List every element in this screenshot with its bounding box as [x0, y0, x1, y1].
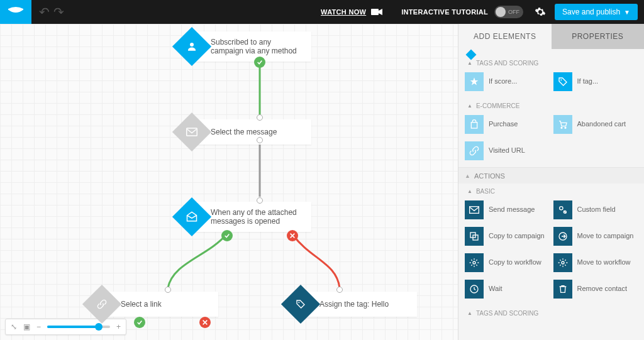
subheader-tags-scoring-actions[interactable]: ▲TAGS AND SCORING [458, 305, 644, 321]
mail-icon [172, 112, 211, 151]
status-fail-icon[interactable] [287, 230, 298, 241]
header-actions[interactable]: ▲ACTIONS [458, 167, 644, 184]
star-icon [465, 72, 484, 91]
tile-if-tag[interactable]: If tag... [553, 70, 638, 93]
svg-point-4 [560, 79, 562, 80]
zoom-toolbar: ⤡ ▣ − + [5, 319, 126, 335]
tag-icon [281, 285, 320, 324]
workflow-canvas[interactable]: Subscribed to any campaign via any metho… [0, 24, 458, 340]
svg-point-7 [565, 127, 566, 128]
zoom-in-button[interactable]: + [116, 322, 121, 331]
video-icon [371, 8, 382, 16]
trash-icon [553, 280, 572, 299]
svg-rect-5 [471, 123, 477, 128]
toggle-state-text: OFF [508, 9, 519, 15]
tutorial-toggle[interactable]: OFF [494, 6, 523, 18]
topbar: ↶ ↷ WATCH NOW INTERACTIVE TUTORIAL OFF S… [0, 0, 644, 24]
svg-point-6 [561, 127, 562, 128]
tile-send-message[interactable]: Send message [465, 199, 550, 221]
tile-remove-contact[interactable]: Remove contact [553, 278, 638, 300]
undo-button[interactable]: ↶ [39, 4, 50, 19]
save-publish-button[interactable]: Save and publish ▼ [555, 4, 638, 20]
field-icon [553, 200, 572, 219]
status-success-icon[interactable] [134, 317, 145, 328]
connector-dot[interactable] [336, 287, 343, 293]
svg-point-15 [562, 261, 564, 264]
tutorial-label: INTERACTIVE TUTORIAL [401, 8, 488, 16]
svg-rect-2 [187, 128, 197, 136]
move-icon [553, 227, 572, 246]
node-assign-tag[interactable]: Assign the tag: Hello [287, 290, 417, 318]
subheader-basic[interactable]: ▲BASIC [458, 184, 644, 199]
status-success-icon[interactable] [254, 57, 265, 68]
condition-preview-fragment [458, 49, 644, 55]
collapse-icon[interactable]: ⤡ [11, 322, 17, 331]
copy-icon [465, 227, 484, 246]
fit-icon[interactable]: ▣ [23, 322, 30, 331]
link-icon [82, 285, 121, 324]
connector-dot[interactable] [257, 137, 263, 143]
svg-rect-8 [470, 207, 479, 214]
svg-point-14 [473, 261, 475, 264]
save-publish-label: Save and publish [562, 8, 620, 16]
node-subscribed[interactable]: Subscribed to any campaign via any metho… [178, 31, 311, 62]
subheader-ecommerce[interactable]: ▲E-COMMERCE [458, 98, 644, 113]
mail-icon [465, 200, 484, 219]
settings-button[interactable] [535, 6, 546, 18]
gear-icon [465, 253, 484, 272]
status-fail-icon[interactable] [199, 317, 211, 328]
tile-abandoned-cart[interactable]: Abandoned cart [553, 113, 638, 136]
connector-dot[interactable] [257, 197, 263, 204]
gear-icon [553, 253, 572, 272]
svg-point-9 [559, 207, 562, 210]
bag-icon [465, 115, 484, 134]
tile-move-workflow[interactable]: Move to workflow [553, 251, 638, 274]
svg-point-3 [298, 302, 299, 303]
tile-if-score[interactable]: If score... [465, 70, 550, 93]
sidebar: ADD ELEMENTS PROPERTIES ▲TAGS AND SCORIN… [458, 24, 644, 340]
watch-now-link[interactable]: WATCH NOW [321, 8, 366, 16]
clock-icon [465, 280, 484, 299]
chevron-down-icon: ▼ [624, 9, 630, 16]
subheader-tags-scoring[interactable]: ▲TAGS AND SCORING [458, 55, 644, 70]
tile-move-campaign[interactable]: Move to campaign [553, 225, 638, 248]
tile-visited-url[interactable]: Visited URL [465, 140, 550, 162]
connector-dot[interactable] [257, 114, 263, 121]
tile-copy-campaign[interactable]: Copy to campaign [465, 225, 550, 248]
svg-point-1 [190, 43, 194, 47]
link-icon [465, 141, 484, 160]
zoom-out-button[interactable]: − [36, 322, 41, 331]
tile-custom-field[interactable]: Custom field [553, 199, 638, 221]
tile-purchase[interactable]: Purchase [465, 113, 550, 136]
status-success-icon[interactable] [221, 230, 233, 241]
tag-icon [553, 72, 572, 91]
svg-rect-0 [371, 9, 379, 15]
zoom-slider[interactable] [47, 326, 110, 328]
tile-copy-workflow[interactable]: Copy to workflow [465, 251, 550, 274]
redo-button[interactable]: ↷ [53, 4, 64, 19]
connector-dot[interactable] [165, 287, 171, 293]
tile-wait[interactable]: Wait [465, 278, 550, 300]
node-select-link[interactable]: Select a link [88, 290, 218, 318]
app-logo[interactable] [0, 0, 31, 24]
tab-properties[interactable]: PROPERTIES [552, 24, 645, 49]
tab-add-elements[interactable]: ADD ELEMENTS [458, 24, 552, 49]
node-message-opened[interactable]: When any of the attached messages is ope… [178, 202, 311, 232]
node-select-message[interactable]: Select the message [178, 118, 311, 146]
cart-icon [553, 115, 572, 134]
